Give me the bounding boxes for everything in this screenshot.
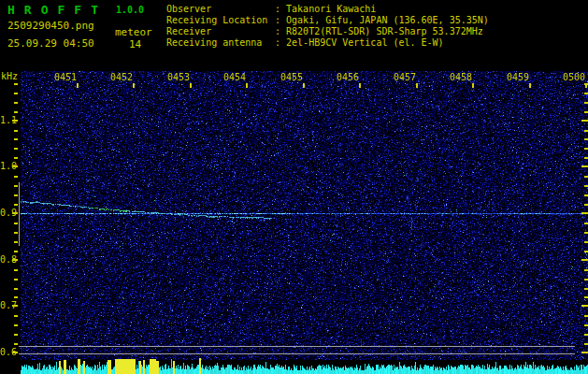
app-version: 1.0.0 bbox=[116, 5, 144, 15]
y-axis-unit-label: kHz bbox=[1, 71, 18, 81]
info-separator: : bbox=[275, 4, 286, 15]
info-value: Takanori Kawachi bbox=[286, 4, 376, 15]
y-axis-minor-tick-right bbox=[584, 194, 588, 196]
x-axis-tick-label: 0500 bbox=[544, 72, 585, 82]
y-axis-major-tick-left bbox=[12, 352, 18, 353]
y-axis-minor-tick-right bbox=[584, 269, 588, 271]
x-axis-tick bbox=[133, 83, 135, 88]
y-axis-minor-tick-right bbox=[584, 223, 588, 224]
y-axis-minor-tick-right bbox=[584, 279, 588, 280]
info-label: Observer bbox=[166, 4, 275, 15]
hrofft-window: HROFFT 1.0.0 2509290450.png meteor 25.09… bbox=[0, 0, 588, 374]
y-axis-minor-tick-left bbox=[14, 157, 18, 159]
info-separator: : bbox=[275, 26, 286, 37]
y-axis-major-tick-right bbox=[581, 259, 588, 261]
x-axis-tick-label: 0451 bbox=[36, 72, 77, 82]
y-axis-minor-tick-right bbox=[584, 102, 588, 104]
y-axis-minor-tick-left bbox=[14, 232, 18, 234]
meteor-count: 14 bbox=[129, 38, 141, 50]
output-filename: 2509290450.png bbox=[7, 20, 94, 32]
info-separator: : bbox=[275, 15, 286, 26]
y-axis-minor-tick-right bbox=[584, 296, 588, 298]
x-axis-tick-label: 0456 bbox=[318, 72, 359, 82]
y-axis-major-tick-left bbox=[12, 305, 18, 307]
y-axis-tick-label: 0.8 bbox=[0, 254, 12, 265]
y-axis-minor-tick-left bbox=[14, 269, 18, 271]
app-title: HROFFT bbox=[7, 3, 108, 17]
y-axis-tick-label: 1.1 bbox=[0, 115, 12, 125]
y-axis-tick-label: 0.9 bbox=[0, 208, 12, 218]
x-axis-tick bbox=[359, 83, 361, 88]
y-axis-minor-tick-left bbox=[14, 176, 18, 178]
y-axis-major-tick-right bbox=[581, 120, 588, 122]
y-axis-minor-tick-right bbox=[584, 157, 588, 159]
y-axis-minor-tick-right bbox=[584, 185, 588, 187]
y-axis-minor-tick-left bbox=[14, 111, 18, 113]
info-row-observer: Observer: Takanori Kawachi bbox=[166, 4, 489, 15]
mode-label: meteor bbox=[115, 26, 152, 38]
y-axis-minor-tick-left bbox=[14, 148, 18, 150]
info-value: 2el-HB9CV Vertical (el. E-W) bbox=[286, 37, 444, 49]
y-axis-minor-tick-left bbox=[14, 296, 18, 298]
y-axis-minor-tick-right bbox=[584, 232, 588, 234]
y-axis-minor-tick-left bbox=[14, 334, 18, 336]
y-axis-tick-label: 0.6 bbox=[0, 347, 12, 357]
info-label: Receiving antenna bbox=[166, 37, 275, 49]
y-axis-minor-tick-right bbox=[584, 204, 588, 206]
x-axis-tick-label: 0454 bbox=[205, 72, 246, 82]
station-info-block: Observer: Takanori Kawachi Receiving Loc… bbox=[166, 4, 489, 49]
spectrogram-canvas bbox=[21, 71, 588, 374]
y-axis-major-tick-right bbox=[581, 165, 588, 167]
y-axis-minor-tick-right bbox=[584, 130, 588, 132]
y-axis-minor-tick-left bbox=[14, 223, 18, 224]
y-axis-minor-tick-right bbox=[584, 288, 588, 290]
x-axis-tick-label: 0459 bbox=[488, 72, 529, 82]
x-axis-tick bbox=[77, 83, 79, 88]
detection-band-marker bbox=[19, 182, 20, 246]
y-axis-minor-tick-right bbox=[584, 93, 588, 94]
y-axis-minor-tick-left bbox=[14, 315, 18, 317]
y-axis-minor-tick-right bbox=[584, 176, 588, 178]
y-axis-minor-tick-left bbox=[14, 130, 18, 132]
y-axis-minor-tick-left bbox=[14, 324, 18, 326]
info-row-receiver: Receiver: R820T2(RTL-SDR) SDR-Sharp 53.3… bbox=[166, 26, 489, 37]
x-axis-tick bbox=[529, 83, 531, 88]
y-axis-minor-tick-left bbox=[14, 343, 18, 345]
y-axis-minor-tick-right bbox=[584, 324, 588, 326]
y-axis-minor-tick-right bbox=[584, 251, 588, 252]
x-axis-tick-label: 0455 bbox=[262, 72, 303, 82]
x-axis-tick bbox=[416, 83, 418, 88]
y-axis-minor-tick-left bbox=[14, 204, 18, 206]
x-axis-tick-label: 0458 bbox=[431, 72, 472, 82]
y-axis-major-tick-right bbox=[581, 352, 588, 353]
y-axis-minor-tick-left bbox=[14, 288, 18, 290]
x-axis-tick-label: 0452 bbox=[92, 72, 133, 82]
y-axis-minor-tick-right bbox=[584, 343, 588, 345]
y-axis-minor-tick-left bbox=[14, 185, 18, 187]
y-axis-major-tick-left bbox=[12, 120, 18, 122]
y-axis-minor-tick-left bbox=[14, 93, 18, 94]
info-label: Receiving Location bbox=[166, 15, 275, 26]
x-axis-tick bbox=[472, 83, 474, 88]
info-row-location: Receiving Location: Ogaki, Gifu, JAPAN (… bbox=[166, 15, 489, 26]
info-separator: : bbox=[275, 37, 286, 49]
observation-datetime: 25.09.29 04:50 bbox=[7, 37, 94, 50]
y-axis-tick-label: 0.7 bbox=[0, 300, 12, 310]
y-axis-minor-tick-right bbox=[584, 241, 588, 243]
y-axis-major-tick-right bbox=[581, 212, 588, 214]
y-axis-minor-tick-right bbox=[584, 83, 588, 85]
y-axis-major-tick-left bbox=[12, 165, 18, 167]
x-axis-tick bbox=[246, 83, 248, 88]
y-axis-minor-tick-right bbox=[584, 334, 588, 336]
y-axis-minor-tick-left bbox=[14, 102, 18, 104]
y-axis-minor-tick-left bbox=[14, 241, 18, 243]
y-axis-minor-tick-right bbox=[584, 148, 588, 150]
x-axis-tick-label: 0457 bbox=[375, 72, 416, 82]
y-axis-minor-tick-right bbox=[584, 111, 588, 113]
y-axis-minor-tick-right bbox=[584, 138, 588, 140]
x-axis-tick bbox=[303, 83, 305, 88]
y-axis-major-tick-left bbox=[12, 259, 18, 261]
info-label: Receiver bbox=[166, 26, 275, 37]
x-axis-tick bbox=[190, 83, 192, 88]
y-axis-minor-tick-left bbox=[14, 194, 18, 196]
